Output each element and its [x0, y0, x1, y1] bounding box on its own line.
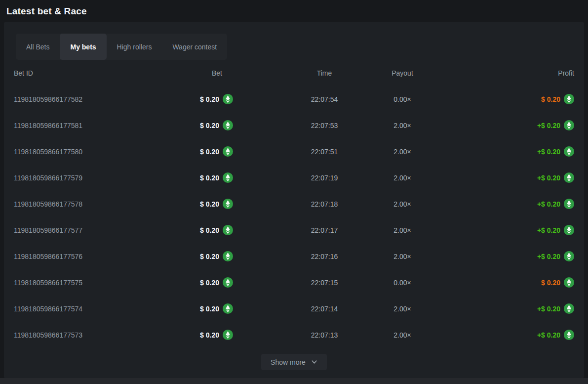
profit-cell: +$ 0.20 — [537, 303, 574, 314]
bet-id: 119818059866177577 — [14, 226, 142, 234]
tab-all-bets[interactable]: All Bets — [16, 34, 60, 60]
bet-payout: 2.00× — [393, 174, 411, 182]
profit-cell: $ 0.20 — [541, 94, 574, 104]
table-row[interactable]: 119818059866177577 $ 0.20 22:07:17 2.00×… — [14, 217, 574, 243]
ethereum-classic-coin-icon — [564, 94, 574, 104]
column-header-payout: Payout — [392, 69, 413, 77]
bet-cell: $ 0.20 — [200, 146, 233, 157]
bet-time: 22:07:53 — [311, 122, 338, 129]
bet-amount: $ 0.20 — [200, 331, 219, 339]
bet-payout: 2.00× — [393, 305, 411, 313]
bet-id: 119818059866177573 — [14, 331, 142, 339]
bets-table-body: 119818059866177582 $ 0.20 22:07:54 0.00×… — [14, 86, 574, 348]
bet-profit: $ 0.20 — [541, 95, 560, 103]
table-row[interactable]: 119818059866177581 $ 0.20 22:07:53 2.00×… — [14, 112, 574, 138]
bets-tab-bar: All Bets My bets High rollers Wager cont… — [16, 34, 227, 60]
ethereum-classic-coin-icon — [223, 330, 233, 340]
ethereum-classic-coin-icon — [223, 146, 233, 157]
bet-amount: $ 0.20 — [200, 253, 219, 260]
table-header-row: Bet ID Bet Time Payout Profit — [14, 60, 574, 86]
bet-profit: +$ 0.20 — [537, 331, 560, 339]
bet-profit: +$ 0.20 — [537, 226, 560, 234]
page-title: Latest bet & Race — [6, 6, 87, 17]
bet-amount: $ 0.20 — [200, 174, 219, 182]
ethereum-classic-coin-icon — [223, 277, 233, 288]
table-row[interactable]: 119818059866177579 $ 0.20 22:07:19 2.00×… — [14, 165, 574, 191]
bet-payout: 2.00× — [393, 331, 411, 339]
bet-id: 119818059866177582 — [14, 95, 142, 103]
bet-time: 22:07:15 — [311, 279, 338, 287]
bet-payout: 0.00× — [393, 279, 411, 287]
bet-id: 119818059866177574 — [14, 305, 142, 313]
bet-amount: $ 0.20 — [200, 226, 219, 234]
bet-profit: +$ 0.20 — [537, 148, 560, 156]
table-row[interactable]: 119818059866177575 $ 0.20 22:07:15 0.00×… — [14, 269, 574, 296]
footer-strip — [0, 378, 588, 384]
show-more-button[interactable]: Show more — [261, 354, 327, 370]
bet-time: 22:07:16 — [311, 253, 338, 260]
bet-payout: 2.00× — [393, 253, 411, 260]
bet-time: 22:07:14 — [311, 305, 338, 313]
bet-profit: +$ 0.20 — [537, 174, 560, 182]
bet-cell: $ 0.20 — [200, 251, 233, 261]
ethereum-classic-coin-icon — [564, 330, 574, 340]
ethereum-classic-coin-icon — [564, 225, 574, 235]
table-row[interactable]: 119818059866177573 $ 0.20 22:07:13 2.00×… — [14, 322, 574, 348]
bet-payout: 2.00× — [393, 200, 411, 208]
ethereum-classic-coin-icon — [223, 225, 233, 235]
profit-cell: +$ 0.20 — [537, 330, 574, 340]
tab-high-rollers[interactable]: High rollers — [107, 34, 162, 60]
profit-cell: +$ 0.20 — [537, 199, 574, 209]
bet-amount: $ 0.20 — [200, 279, 219, 287]
bet-cell: $ 0.20 — [200, 225, 233, 235]
bet-profit: +$ 0.20 — [537, 305, 560, 313]
table-row[interactable]: 119818059866177574 $ 0.20 22:07:14 2.00×… — [14, 296, 574, 322]
chevron-down-icon — [311, 359, 317, 365]
ethereum-classic-coin-icon — [564, 303, 574, 314]
section-header: Latest bet & Race — [0, 0, 588, 22]
profit-cell: +$ 0.20 — [537, 225, 574, 235]
bet-profit: +$ 0.20 — [537, 200, 560, 208]
bet-payout: 2.00× — [393, 226, 411, 234]
bet-cell: $ 0.20 — [200, 172, 233, 183]
show-more-container: Show more — [14, 354, 574, 370]
bet-profit: +$ 0.20 — [537, 122, 560, 129]
column-header-bet: Bet — [212, 69, 233, 77]
bet-id: 119818059866177575 — [14, 279, 142, 287]
bet-id: 119818059866177576 — [14, 253, 142, 260]
table-row[interactable]: 119818059866177582 $ 0.20 22:07:54 0.00×… — [14, 86, 574, 112]
bet-cell: $ 0.20 — [200, 94, 233, 104]
ethereum-classic-coin-icon — [223, 172, 233, 183]
show-more-label: Show more — [271, 358, 306, 366]
ethereum-classic-coin-icon — [223, 94, 233, 104]
bet-profit: +$ 0.20 — [537, 253, 560, 260]
bet-amount: $ 0.20 — [200, 305, 219, 313]
bet-payout: 2.00× — [393, 122, 411, 129]
bet-id: 119818059866177579 — [14, 174, 142, 182]
tab-wager-contest[interactable]: Wager contest — [162, 34, 227, 60]
bet-time: 22:07:19 — [311, 174, 338, 182]
bet-amount: $ 0.20 — [200, 200, 219, 208]
profit-cell: $ 0.20 — [541, 277, 574, 288]
table-row[interactable]: 119818059866177576 $ 0.20 22:07:16 2.00×… — [14, 243, 574, 269]
latest-bets-card: All Bets My bets High rollers Wager cont… — [4, 22, 584, 378]
column-header-profit: Profit — [558, 69, 574, 77]
ethereum-classic-coin-icon — [564, 277, 574, 288]
table-row[interactable]: 119818059866177578 $ 0.20 22:07:18 2.00×… — [14, 191, 574, 217]
bet-time: 22:07:13 — [311, 331, 338, 339]
tab-my-bets[interactable]: My bets — [60, 34, 106, 60]
bet-payout: 0.00× — [393, 95, 411, 103]
bet-amount: $ 0.20 — [200, 122, 219, 129]
bet-amount: $ 0.20 — [200, 148, 219, 156]
bet-cell: $ 0.20 — [200, 120, 233, 130]
bet-id: 119818059866177580 — [14, 148, 142, 156]
ethereum-classic-coin-icon — [564, 251, 574, 261]
table-row[interactable]: 119818059866177580 $ 0.20 22:07:51 2.00×… — [14, 138, 574, 165]
column-header-bet-id: Bet ID — [14, 69, 142, 77]
bet-time: 22:07:54 — [311, 95, 338, 103]
bet-id: 119818059866177578 — [14, 200, 142, 208]
profit-cell: +$ 0.20 — [537, 120, 574, 130]
bet-time: 22:07:17 — [311, 226, 338, 234]
bet-id: 119818059866177581 — [14, 122, 142, 129]
bet-profit: $ 0.20 — [541, 279, 560, 287]
